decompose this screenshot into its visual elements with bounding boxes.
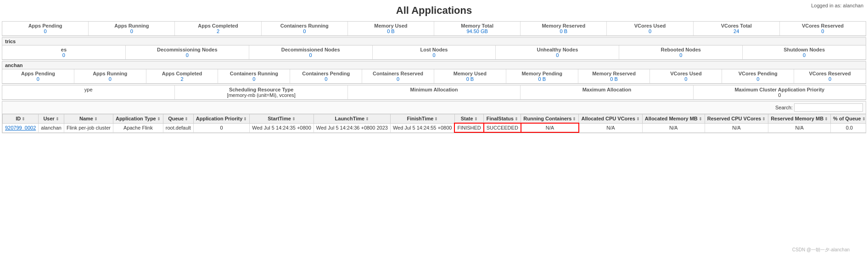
app-user: alanchan [39,123,64,132]
cluster-metric-cell: Apps Pending0 [2,22,89,35]
scheduler-cell: Maximum Allocation [521,85,693,99]
table-header-cell[interactable]: % of Queue⇕ [831,114,866,124]
table-header-cell[interactable]: Application Priority⇕ [193,114,249,124]
cluster-node-cell: Lost Nodes0 [373,45,496,59]
user-metric-cell: Containers Reserved0 [362,69,434,83]
cluster-metric-cell: Apps Completed2 [175,22,261,35]
cluster-metric-cell: Containers Running0 [262,22,348,35]
sort-icon: ⇕ [824,117,828,121]
app-type: Apache Flink [113,123,163,132]
table-header-cell[interactable]: Reserved Memory MB⇕ [768,114,831,124]
sort-icon: ⇕ [56,117,59,121]
cluster-metrics-section: Apps Pending0Apps Running0Apps Completed… [2,21,866,36]
sort-icon: ⇕ [862,117,866,121]
cluster-metrics-row: Apps Pending0Apps Running0Apps Completed… [2,22,866,36]
sort-icon: ⇕ [572,117,576,121]
app-launch-time: Wed Jul 5 14:24:36 +0800 2023 [314,123,390,132]
cluster-metric-cell: VCores Used0 [607,22,693,35]
app-start-time: Wed Jul 5 14:24:35 +0800 [250,123,314,132]
app-allocated-memory: N/A [642,123,705,132]
sort-icon: ⇕ [434,117,438,121]
scheduler-section: ypeScheduling Resource Type[memory-mb (u… [2,85,866,100]
scheduler-cell: Minimum Allocation [348,85,521,99]
table-header-cell[interactable]: FinalStatus⇕ [484,114,521,124]
applications-table-body: 920799_0002alanchanFlink per-job cluster… [3,123,866,132]
table-header-cell[interactable]: Allocated CPU VCores⇕ [579,114,642,124]
user-metric-cell: Memory Pending0 B [506,69,578,83]
user-metric-cell: VCores Pending0 [722,69,794,83]
scheduler-cell: Scheduling Resource Type[memory-mb (unit… [175,85,347,99]
app-reserved-cpu: N/A [705,123,768,132]
user-metric-cell: Memory Used0 B [434,69,506,83]
user-metrics-section: anchan Apps Pending0Apps Running0Apps Co… [2,61,866,84]
search-input[interactable] [794,103,863,112]
user-metric-cell: Apps Running0 [74,69,146,83]
cluster-metric-cell: Apps Running0 [89,22,175,35]
table-header-cell[interactable]: Allocated Memory MB⇕ [642,114,705,124]
logged-in-label: Logged in as: alanchan [811,3,863,8]
user-metric-cell: VCores Reserved0 [794,69,866,83]
sort-icon: ⇕ [292,117,296,121]
user-metrics-row: Apps Pending0Apps Running0Apps Completed… [2,69,866,84]
app-name: Flink per-job cluster [64,123,113,132]
cluster-metric-cell: VCores Reserved0 [780,22,866,35]
table-header-cell[interactable]: Name⇕ [64,114,113,124]
table-row: 920799_0002alanchanFlink per-job cluster… [3,123,866,132]
sort-icon: ⇕ [762,117,766,121]
applications-section: Search: ID⇕User⇕Name⇕Application Type⇕Qu… [2,101,866,133]
sort-icon: ⇕ [699,117,702,121]
cluster-node-cell: Shutdown Nodes0 [743,45,866,59]
user-metric-cell: VCores Used0 [650,69,722,83]
table-header-cell[interactable]: Application Type⇕ [113,114,163,124]
cluster-nodes-header: trics [2,38,866,45]
table-header-cell[interactable]: State⇕ [454,114,483,124]
table-header-cell[interactable]: LaunchTime⇕ [314,114,390,124]
table-header-cell[interactable]: StartTime⇕ [250,114,314,124]
app-running-containers: N/A [521,123,579,132]
cluster-node-cell: Unhealthy Nodes0 [496,45,619,59]
sort-icon: ⇕ [515,117,518,121]
applications-table-head: ID⇕User⇕Name⇕Application Type⇕Queue⇕Appl… [3,114,866,124]
table-header-cell[interactable]: Running Containers⇕ [521,114,579,124]
page-title: All Applications [0,0,868,20]
table-header-cell[interactable]: Reserved CPU VCores⇕ [705,114,768,124]
user-metric-cell: Apps Completed2 [146,69,218,83]
search-bar: Search: [2,102,866,114]
cluster-node-cell: Rebooted Nodes0 [619,45,743,59]
app-id[interactable]: 920799_0002 [3,123,39,132]
scheduler-cell: Maximum Cluster Application Priority0 [694,85,866,99]
cluster-node-cell: es0 [2,45,126,59]
app-state: FINISHED [454,123,483,132]
table-header-cell[interactable]: ID⇕ [3,114,39,124]
cluster-metric-cell: Memory Total94.50 GB [434,22,521,35]
table-header-cell[interactable]: User⇕ [39,114,64,124]
sort-icon: ⇕ [365,117,369,121]
user-metric-cell: Containers Pending0 [290,69,362,83]
sort-icon: ⇕ [22,117,25,121]
app-queue: root.default [163,123,193,132]
table-header-cell[interactable]: FinishTime⇕ [390,114,454,124]
cluster-metric-cell: Memory Reserved0 B [521,22,607,35]
user-metric-cell: Containers Running0 [218,69,290,83]
cluster-metric-cell: VCores Total24 [694,22,780,35]
sort-icon: ⇕ [474,117,478,121]
cluster-nodes-row: es0Decommissioning Nodes0Decommissioned … [2,45,866,60]
app-pct-queue: 0.0 [831,123,866,132]
applications-table-header-row: ID⇕User⇕Name⇕Application Type⇕Queue⇕Appl… [3,114,866,124]
app-allocated-cpu: N/A [579,123,642,132]
user-metrics-header: anchan [2,62,866,69]
sort-icon: ⇕ [157,117,161,121]
sort-icon: ⇕ [636,117,640,121]
applications-table-wrapper: ID⇕User⇕Name⇕Application Type⇕Queue⇕Appl… [2,114,866,133]
table-header-cell[interactable]: Queue⇕ [163,114,193,124]
app-final-status: SUCCEEDED [484,123,521,132]
scheduler-row: ypeScheduling Resource Type[memory-mb (u… [2,85,866,100]
user-metric-cell: Apps Pending0 [2,69,74,83]
cluster-node-cell: Decommissioned Nodes0 [249,45,373,59]
app-id-link[interactable]: 920799_0002 [5,125,36,130]
user-metric-cell: Memory Reserved0 B [578,69,650,83]
sort-icon: ⇕ [94,117,98,121]
applications-table: ID⇕User⇕Name⇕Application Type⇕Queue⇕Appl… [2,114,866,133]
cluster-nodes-section: trics es0Decommissioning Nodes0Decommiss… [2,37,866,60]
app-finish-time: Wed Jul 5 14:24:55 +0800 [390,123,454,132]
